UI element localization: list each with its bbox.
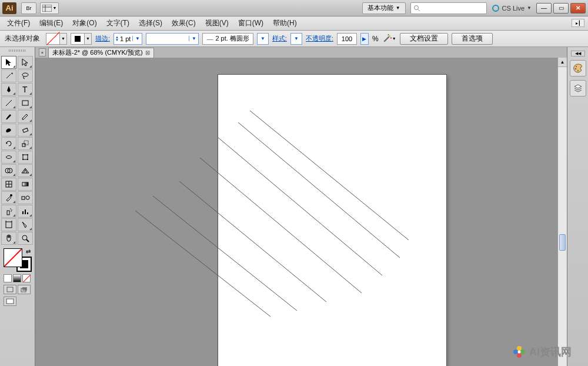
- brush-dropdown[interactable]: ▼: [257, 33, 269, 45]
- svg-line-14: [6, 100, 12, 106]
- slice-icon: [21, 220, 30, 229]
- hand-tool[interactable]: [1, 232, 16, 245]
- gradient-tool[interactable]: [18, 178, 33, 191]
- draw-behind-button[interactable]: [18, 285, 31, 294]
- scale-tool[interactable]: [18, 137, 33, 150]
- stroke-swatch[interactable]: [71, 33, 85, 45]
- color-panel-button[interactable]: [570, 60, 586, 76]
- svg-rect-39: [27, 212, 28, 214]
- menu-view[interactable]: 视图(V): [201, 16, 233, 30]
- bridge-button[interactable]: Br: [21, 2, 36, 14]
- swap-fill-stroke-icon[interactable]: ⇄: [26, 248, 31, 255]
- cslive-label: CS Live: [502, 5, 525, 12]
- free-transform-tool[interactable]: [18, 151, 33, 164]
- zoom-tool[interactable]: [18, 232, 33, 245]
- direct-selection-tool[interactable]: [18, 56, 33, 69]
- preferences-button[interactable]: 首选项: [452, 33, 493, 45]
- canvas[interactable]: [35, 58, 557, 366]
- minimize-button[interactable]: —: [536, 3, 552, 14]
- cslive-icon: [492, 4, 500, 12]
- document-tab-title: 未标题-2* @ 68% (CMYK/预览): [52, 48, 143, 57]
- cslive-button[interactable]: CS Live ▼: [492, 4, 532, 12]
- arrange-documents-button[interactable]: ▼: [40, 2, 59, 14]
- screen-mode-button[interactable]: [4, 297, 16, 306]
- line-tool[interactable]: [1, 97, 16, 109]
- menu-help[interactable]: 帮助(H): [268, 16, 302, 30]
- type-tool[interactable]: T: [18, 83, 33, 96]
- document-tab-bar: « 未标题-2* @ 68% (CMYK/预览) ⊠: [35, 47, 567, 58]
- stroke-weight-input[interactable]: ▲▼ 1 pt ▼: [113, 33, 142, 45]
- opacity-input[interactable]: [337, 33, 357, 45]
- scroll-up-button[interactable]: ▲: [558, 58, 567, 67]
- stepper-icon: ▲▼: [115, 36, 119, 42]
- document-setup-button[interactable]: 文档设置: [400, 33, 448, 45]
- screen-icon: [6, 298, 14, 304]
- blob-brush-tool[interactable]: [1, 124, 16, 137]
- lasso-tool[interactable]: [18, 69, 33, 82]
- stroke-dropdown[interactable]: ▼: [85, 33, 92, 45]
- document-tab[interactable]: 未标题-2* @ 68% (CMYK/预览) ⊠: [48, 48, 154, 58]
- color-mode-gradient[interactable]: [13, 274, 21, 282]
- layers-panel-button[interactable]: [570, 80, 586, 97]
- fill-swatch[interactable]: [46, 33, 60, 45]
- menu-select[interactable]: 选择(S): [134, 16, 167, 30]
- close-tab-icon[interactable]: ⊠: [145, 49, 150, 56]
- opacity-panel-link[interactable]: 不透明度:: [306, 34, 333, 43]
- menu-file[interactable]: 文件(F): [2, 16, 35, 30]
- vertical-scrollbar[interactable]: ▲: [557, 58, 567, 366]
- graphic-style-dropdown[interactable]: ▼: [290, 33, 302, 45]
- draw-normal-button[interactable]: [4, 285, 16, 294]
- fill-stroke-control[interactable]: ⇄: [4, 248, 32, 272]
- close-button[interactable]: ✕: [570, 3, 586, 14]
- menu-window[interactable]: 窗口(W): [233, 16, 268, 30]
- svg-text:T: T: [22, 85, 28, 94]
- recolor-artwork-button[interactable]: ▼: [382, 33, 396, 45]
- main-area: ✦ T: [0, 47, 588, 366]
- toolbox-grip[interactable]: [1, 49, 34, 54]
- symbol-sprayer-tool[interactable]: [1, 205, 16, 218]
- slice-tool[interactable]: [18, 218, 33, 231]
- mesh-tool[interactable]: [1, 178, 16, 191]
- workspace-switcher[interactable]: 基本功能 ▼: [362, 2, 406, 14]
- svg-rect-38: [25, 209, 26, 214]
- perspective-grid-tool[interactable]: [18, 164, 33, 177]
- pencil-tool[interactable]: [18, 110, 33, 123]
- magic-wand-tool[interactable]: ✦: [1, 69, 16, 82]
- variable-width-profile[interactable]: ▼: [146, 33, 199, 45]
- style-panel-link[interactable]: 样式:: [272, 34, 287, 43]
- menu-effect[interactable]: 效果(C): [167, 16, 201, 30]
- brush-label: 2 pt. 椭圆形: [215, 34, 249, 43]
- shape-builder-tool[interactable]: [1, 164, 16, 177]
- fill-dropdown[interactable]: ▼: [60, 33, 67, 45]
- eyedropper-tool[interactable]: [1, 191, 16, 204]
- rectangle-tool[interactable]: [18, 97, 33, 109]
- panel-collapse-button[interactable]: ◀◀: [571, 51, 585, 56]
- menu-object[interactable]: 对象(O): [68, 16, 101, 30]
- svg-point-3: [414, 5, 418, 9]
- tab-collapse-button[interactable]: «: [39, 48, 46, 56]
- search-input[interactable]: [410, 2, 487, 14]
- menu-edit[interactable]: 编辑(E): [35, 16, 68, 30]
- paintbrush-tool[interactable]: [1, 110, 16, 123]
- rotate-tool[interactable]: [1, 137, 16, 150]
- opacity-step[interactable]: ▶: [360, 33, 369, 45]
- color-mode-solid[interactable]: [4, 274, 12, 282]
- chevron-down-icon: ▼: [132, 36, 141, 41]
- selection-tool[interactable]: [1, 56, 16, 69]
- column-graph-tool[interactable]: [18, 205, 33, 218]
- width-tool[interactable]: [1, 151, 16, 164]
- stroke-panel-link[interactable]: 描边:: [95, 34, 110, 43]
- scrollbar-thumb[interactable]: [559, 234, 566, 251]
- artboard-tool[interactable]: [1, 218, 16, 231]
- blend-tool[interactable]: [18, 191, 33, 204]
- eraser-tool[interactable]: [18, 124, 33, 137]
- fill-color-icon[interactable]: [4, 248, 22, 267]
- color-mode-none[interactable]: [22, 274, 31, 282]
- pen-tool[interactable]: [1, 83, 16, 96]
- maximize-button[interactable]: ▭: [553, 3, 569, 14]
- brush-definition[interactable]: — 2 pt. 椭圆形: [202, 33, 253, 45]
- svg-point-36: [11, 211, 12, 212]
- menu-type[interactable]: 文字(T): [102, 16, 134, 30]
- svg-point-57: [574, 68, 576, 69]
- menu-overflow-button[interactable]: ▸┃: [572, 19, 584, 27]
